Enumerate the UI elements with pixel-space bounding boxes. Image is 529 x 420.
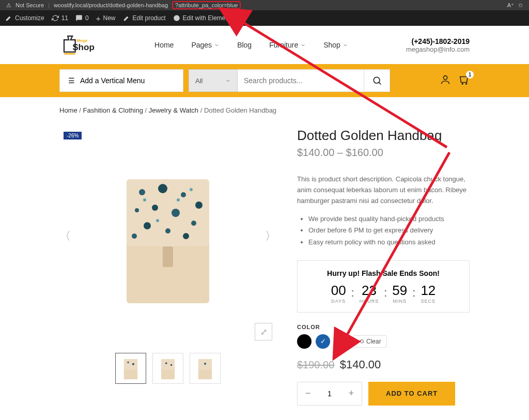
current-price: $140.00 bbox=[340, 358, 381, 371]
vertical-menu-btn[interactable]: ☰ Add a Vertical Menu bbox=[59, 69, 183, 92]
swatch-black[interactable] bbox=[297, 334, 312, 349]
breadcrumb-cat2[interactable]: Jewelry & Watch bbox=[149, 106, 198, 114]
breadcrumb-cat1[interactable]: Fashition & Clothing bbox=[83, 106, 143, 114]
contact-info: (+245)-1802-2019 megashop@info.com bbox=[406, 37, 470, 53]
svg-point-3 bbox=[374, 77, 380, 83]
svg-point-5 bbox=[443, 76, 447, 80]
qty-minus[interactable]: − bbox=[298, 382, 318, 405]
svg-rect-32 bbox=[161, 359, 175, 370]
not-secure-label: Not Secure bbox=[15, 2, 44, 8]
svg-point-23 bbox=[156, 219, 159, 222]
feature-item: Easy return policy with no questions ask… bbox=[308, 237, 470, 248]
svg-point-18 bbox=[191, 221, 196, 226]
secs-value: 12 bbox=[421, 283, 435, 299]
thumb-2[interactable] bbox=[152, 353, 183, 384]
zoom-button[interactable]: ⤢ bbox=[255, 323, 272, 340]
svg-point-16 bbox=[152, 205, 158, 211]
svg-point-21 bbox=[183, 233, 189, 239]
gallery-next[interactable]: 〉 bbox=[265, 228, 276, 244]
warn-icon: ⚠ bbox=[6, 2, 11, 9]
product-gallery: -26% 〈 〉 ⤢ bbox=[59, 128, 276, 406]
svg-point-11 bbox=[139, 189, 145, 195]
svg-point-19 bbox=[144, 222, 151, 229]
header-actions: 1 bbox=[440, 74, 470, 87]
breadcrumb-home[interactable]: Home bbox=[59, 106, 77, 114]
refresh-icon: ⟲ bbox=[359, 338, 364, 345]
url-part: woostify.local/product/dotted-golden-han… bbox=[54, 2, 168, 8]
new-link[interactable]: +New bbox=[96, 14, 116, 23]
days-value: 00 bbox=[331, 283, 346, 299]
product-description: This is product short description. Capic… bbox=[297, 174, 470, 206]
search-input[interactable] bbox=[238, 69, 364, 92]
phone-number: (+245)-1802-2019 bbox=[406, 37, 470, 45]
quantity-stepper: − 1 + bbox=[297, 382, 362, 406]
email: megashop@info.com bbox=[406, 45, 470, 53]
svg-point-6 bbox=[462, 83, 463, 84]
nav-blog[interactable]: Blog bbox=[237, 41, 252, 49]
search-bar-row: ☰ Add a Vertical Menu All 1 bbox=[0, 64, 529, 97]
breadcrumb-current: Dotted Golden Handbag bbox=[204, 106, 276, 114]
nav-furniture[interactable]: Furniture bbox=[269, 41, 306, 49]
svg-rect-28 bbox=[124, 359, 137, 370]
updates-link[interactable]: 11 bbox=[52, 14, 68, 22]
clear-button[interactable]: ⟲Clear bbox=[353, 335, 387, 348]
svg-point-15 bbox=[135, 208, 139, 212]
main-image: 〈 〉 ⤢ bbox=[59, 128, 276, 345]
url-query-highlight: ?attribute_pa_color=blue bbox=[172, 1, 241, 9]
svg-point-26 bbox=[190, 188, 193, 191]
add-to-cart-button[interactable]: ADD TO CART bbox=[368, 382, 455, 406]
thumb-3[interactable] bbox=[190, 353, 221, 384]
cart-icon[interactable]: 1 bbox=[458, 74, 470, 87]
flash-sale-box: Hurry up! Flash Sale Ends Soon! 00DAYS :… bbox=[297, 260, 470, 313]
gallery-prev[interactable]: 〈 bbox=[59, 228, 71, 244]
svg-point-13 bbox=[181, 192, 186, 197]
primary-nav: Home Pages Blog Furniture Shop bbox=[154, 41, 348, 49]
thumb-1[interactable] bbox=[115, 353, 146, 384]
comments-link[interactable]: 0 bbox=[75, 14, 89, 22]
svg-point-37 bbox=[204, 363, 206, 365]
elementor-link[interactable]: Edit with Elementor bbox=[173, 14, 236, 22]
svg-point-7 bbox=[466, 83, 467, 84]
svg-point-0 bbox=[174, 15, 180, 21]
browser-address-bar: ⚠ Not Secure | woostify.local/product/do… bbox=[0, 0, 529, 10]
favorite-icon[interactable]: ✩ bbox=[518, 2, 523, 9]
svg-rect-10 bbox=[163, 246, 173, 267]
mins-value: 59 bbox=[392, 283, 407, 299]
color-swatches: ✓ ⟲Clear bbox=[297, 334, 470, 349]
chevron-down-icon bbox=[214, 42, 220, 48]
swatch-blue[interactable]: ✓ bbox=[316, 334, 330, 349]
add-to-cart-row: − 1 + ADD TO CART bbox=[297, 382, 470, 406]
color-label: COLOR bbox=[297, 324, 470, 330]
search-form: All bbox=[189, 69, 390, 92]
svg-point-12 bbox=[158, 184, 167, 193]
qty-plus[interactable]: + bbox=[341, 382, 362, 405]
search-button[interactable] bbox=[364, 69, 390, 92]
nav-home[interactable]: Home bbox=[154, 41, 174, 49]
price-range: $140.00 – $160.00 bbox=[297, 147, 470, 159]
svg-point-30 bbox=[132, 363, 134, 365]
qty-value[interactable]: 1 bbox=[318, 382, 341, 405]
edit-product-link[interactable]: Edit product bbox=[123, 14, 166, 22]
product-image bbox=[106, 164, 230, 308]
customize-link[interactable]: Customize bbox=[5, 14, 44, 22]
svg-point-24 bbox=[177, 198, 180, 201]
feature-item: Order before 6 PM to get express deliver… bbox=[308, 225, 470, 236]
flash-title: Hurry up! Flash Sale Ends Soon! bbox=[308, 269, 459, 277]
nav-pages[interactable]: Pages bbox=[191, 41, 220, 49]
chevron-down-icon bbox=[343, 42, 348, 48]
hamburger-icon: ☰ bbox=[68, 76, 75, 85]
hours-value: 23 bbox=[360, 283, 379, 299]
svg-rect-9 bbox=[127, 179, 209, 246]
swatch-brown[interactable] bbox=[334, 334, 349, 349]
text-size-icon[interactable]: A⁺ bbox=[507, 2, 514, 9]
account-icon[interactable] bbox=[440, 74, 451, 87]
svg-point-20 bbox=[165, 228, 170, 234]
nav-shop[interactable]: Shop bbox=[323, 41, 348, 49]
logo[interactable]: MegaShop bbox=[59, 33, 97, 57]
chevron-down-icon bbox=[300, 42, 306, 48]
breadcrumb: Home / Fashition & Clothing / Jewelry & … bbox=[59, 106, 470, 114]
search-category[interactable]: All bbox=[189, 69, 238, 92]
svg-text:Shop: Shop bbox=[72, 42, 95, 52]
chevron-down-icon bbox=[225, 78, 231, 84]
feature-list: We provide best quality hand-picked prod… bbox=[297, 213, 470, 247]
